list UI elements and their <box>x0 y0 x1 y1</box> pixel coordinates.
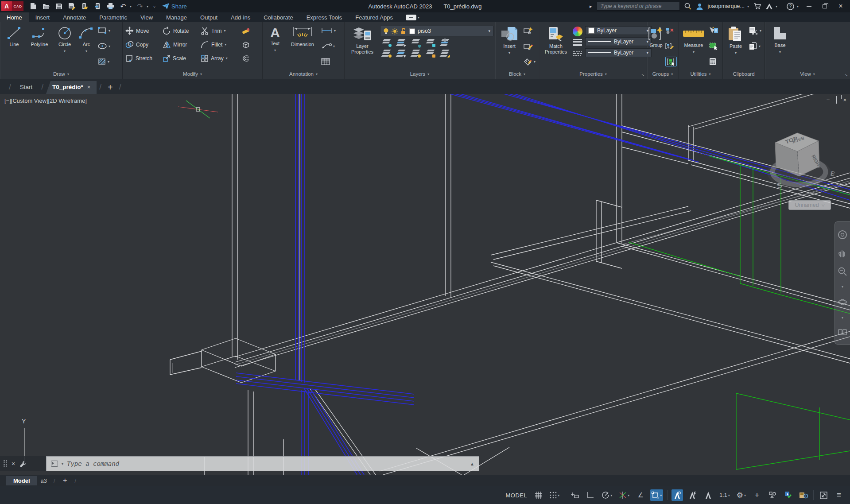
move-button[interactable]: Move <box>125 24 160 38</box>
undo-dropdown[interactable]: ▾ <box>130 4 132 8</box>
autocad-logo[interactable]: A CAD <box>1 1 23 11</box>
qat-customize-dropdown[interactable]: ▿ <box>153 4 155 9</box>
annotation-scale-icon-button[interactable] <box>703 489 714 501</box>
isolate-objects-button[interactable] <box>767 489 778 501</box>
circle-button[interactable]: Circle ▾ <box>53 24 76 69</box>
edit-block-button[interactable] <box>524 41 536 51</box>
ellipse-dropdown[interactable]: ▾ <box>109 44 110 48</box>
trusted-dwg-button[interactable]: i <box>798 489 809 501</box>
layer-match-button[interactable] <box>439 38 450 47</box>
object-snap-toggle[interactable]: ▾ <box>650 489 663 501</box>
tab-add-ins[interactable]: Add-ins <box>224 12 257 22</box>
clean-screen-button[interactable] <box>818 489 829 501</box>
circle-dropdown[interactable]: ▾ <box>64 49 66 53</box>
annotation-autoscale-toggle[interactable] <box>687 489 699 501</box>
scale-button[interactable]: Scale <box>163 51 198 65</box>
file-tab-start[interactable]: Start <box>14 81 39 94</box>
measure-button[interactable]: Measure ▾ <box>681 24 706 69</box>
restore-button[interactable] <box>819 2 831 11</box>
trim-button[interactable]: Trim ▾ <box>201 24 239 38</box>
panel-label-view[interactable]: View▾ ↘ <box>765 69 850 79</box>
layer-color-swatch[interactable] <box>409 28 415 34</box>
insert-button[interactable]: Insert ▾ <box>498 24 521 69</box>
text-button[interactable]: A Text ▾ <box>265 24 285 69</box>
search-expand-caret[interactable]: ▸ <box>590 4 592 9</box>
command-line-palette[interactable]: × ▾ ▲ <box>0 456 479 471</box>
annotation-visibility-toggle[interactable] <box>671 489 683 501</box>
hatch-button[interactable]: ▾ <box>97 57 110 66</box>
edit-attributes-button[interactable]: ▾ <box>524 57 536 66</box>
tab-featured-apps[interactable]: Featured Apps <box>349 12 400 22</box>
search-icon[interactable] <box>684 3 691 10</box>
panel-label-properties[interactable]: Properties▾ ↘ <box>539 69 647 79</box>
workspace-dropdown[interactable]: ▾ <box>744 493 746 497</box>
snap-mode-toggle[interactable]: ▾ <box>548 489 561 501</box>
panel-label-block[interactable]: Block▾ <box>495 69 539 79</box>
leader-button[interactable]: ▾ <box>321 41 336 51</box>
viewport-controls-menu[interactable]: [−] <box>4 97 11 104</box>
orbit-icon[interactable] <box>838 297 847 307</box>
file-tab-close-icon[interactable]: × <box>87 84 91 90</box>
rotate-button[interactable]: Rotate <box>163 24 198 38</box>
tab-view[interactable]: View <box>134 12 159 22</box>
isometric-dropdown[interactable]: ▾ <box>628 493 629 497</box>
autodesk-menu-dropdown[interactable]: ▾ <box>776 4 777 8</box>
layer-thaw-button[interactable] <box>410 49 421 58</box>
tab-home[interactable]: Home <box>0 12 29 22</box>
layer-freeze-button[interactable]: ❄ <box>410 38 421 47</box>
edit-attributes-dropdown[interactable]: ▾ <box>534 60 536 64</box>
customization-button[interactable]: ≡ <box>833 489 845 501</box>
new-drawing-tab-button[interactable]: + <box>108 82 113 93</box>
redo-dropdown[interactable]: ▾ <box>147 4 148 8</box>
app-store-cart-icon[interactable] <box>753 3 761 10</box>
quick-select-button[interactable] <box>709 26 718 35</box>
polar-dropdown[interactable]: ▾ <box>610 493 612 497</box>
explode-button[interactable] <box>241 38 255 51</box>
command-close-icon[interactable]: × <box>12 460 15 467</box>
measure-dropdown[interactable]: ▾ <box>693 50 695 54</box>
table-button[interactable] <box>321 57 336 66</box>
new-layout-button[interactable]: + <box>63 476 67 485</box>
copy-button[interactable]: Copy <box>125 38 160 51</box>
fillet-dropdown[interactable]: ▾ <box>225 43 226 47</box>
cut-button[interactable]: ▾ <box>749 26 761 35</box>
linear-dimension-dropdown[interactable]: ▾ <box>334 29 336 33</box>
layer-dropdown[interactable]: piso3 ▾ <box>380 26 493 36</box>
share-button[interactable]: Share <box>162 3 187 10</box>
zoom-icon[interactable] <box>838 267 847 276</box>
panel-label-draw[interactable]: Draw▾ <box>0 69 122 79</box>
command-grip-icon[interactable] <box>4 460 7 467</box>
line-button[interactable]: Line <box>3 24 26 69</box>
layer-unisolate-button[interactable] <box>396 49 406 58</box>
tab-insert[interactable]: Insert <box>29 12 57 22</box>
viewport-view-menu[interactable]: [Custom View] <box>11 97 48 104</box>
match-properties-button[interactable]: Match Properties <box>542 24 570 69</box>
undo-button[interactable]: ↶ <box>119 2 128 11</box>
panel-label-modify[interactable]: Modify▾ <box>123 69 262 79</box>
ungroup-button[interactable] <box>665 26 677 35</box>
insert-dropdown[interactable]: ▾ <box>508 51 510 55</box>
layout-tab-a3[interactable]: a3 <box>37 476 50 485</box>
panel-label-utilities[interactable]: Utilities▾ <box>679 69 722 79</box>
group-button[interactable]: Group <box>648 24 664 69</box>
layer-on-button[interactable] <box>381 49 392 58</box>
select-similar-button[interactable] <box>709 41 718 51</box>
command-input[interactable] <box>67 460 466 467</box>
rectangle-button[interactable]: ▾ <box>97 26 110 35</box>
isometric-drafting-toggle[interactable]: ▾ <box>617 489 631 501</box>
redo-button[interactable]: ↷ <box>136 2 144 11</box>
viewport-close-icon[interactable]: × <box>843 97 846 103</box>
panel-label-groups[interactable]: Groups▾ <box>647 69 678 79</box>
group-edit-button[interactable] <box>665 41 677 51</box>
layer-properties-button[interactable]: Layer Properties <box>347 24 377 69</box>
plot-button[interactable] <box>106 2 115 11</box>
close-button[interactable]: × <box>835 2 846 11</box>
autodesk-logo-icon[interactable] <box>765 3 773 10</box>
object-snap-dropdown[interactable]: ▾ <box>660 493 662 497</box>
polar-tracking-toggle[interactable]: ▾ <box>600 489 613 501</box>
tab-annotate[interactable]: Annotate <box>56 12 93 22</box>
array-button[interactable]: Array ▾ <box>201 51 239 65</box>
layer-off-button[interactable] <box>381 38 392 47</box>
layer-lock-button[interactable] <box>425 38 435 47</box>
array-dropdown[interactable]: ▾ <box>226 56 228 60</box>
